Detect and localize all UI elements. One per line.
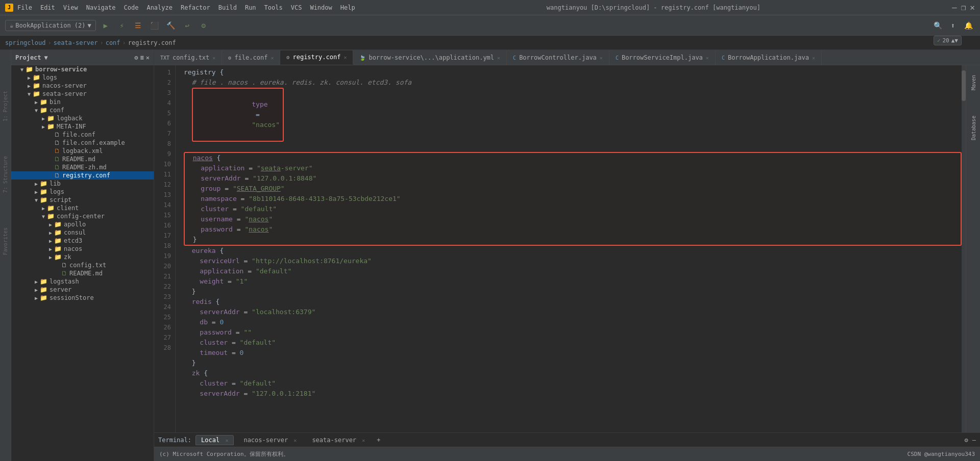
sidebar-item-readme-zh-md[interactable]: 🗋 README-zh.md <box>11 163 154 171</box>
menu-navigate[interactable]: Navigate <box>86 4 116 11</box>
expand-arrow-borrow-service[interactable]: ▼ <box>18 67 26 72</box>
tab-close-file-conf[interactable]: ✕ <box>271 55 274 61</box>
stop-button[interactable]: ⬛ <box>148 19 161 32</box>
sidebar-item-logback[interactable]: ▶ 📁 logback <box>11 114 154 122</box>
tab-borrow-application[interactable]: C BorrowApplication.java ✕ <box>716 50 822 65</box>
sidebar-item-file-conf[interactable]: 🗋 file.conf <box>11 131 154 139</box>
expand-arrow-session-store[interactable]: ▶ <box>33 295 40 301</box>
expand-arrow-logs1[interactable]: ▶ <box>26 75 33 81</box>
sidebar-item-etcd3[interactable]: ▶ 📁 etcd3 <box>11 237 154 245</box>
sidebar-item-bin[interactable]: ▶ 📁 bin <box>11 98 154 106</box>
expand-arrow-zk[interactable]: ▶ <box>47 254 54 260</box>
menu-edit[interactable]: Edit <box>40 4 55 11</box>
expand-arrow-nacos[interactable]: ▶ <box>47 246 54 252</box>
sidebar-item-meta-inf[interactable]: ▶ 📁 META-INF <box>11 122 154 131</box>
sidebar-item-nacos-server[interactable]: ▶ 📁 nacos-server <box>11 82 154 90</box>
expand-arrow-logback[interactable]: ▶ <box>40 116 47 121</box>
coverage-button[interactable]: ☰ <box>132 19 145 32</box>
menu-code[interactable]: Code <box>124 4 139 11</box>
maximize-button[interactable]: ❐ <box>961 3 966 12</box>
tab-close-registry-conf[interactable]: ✕ <box>344 55 347 60</box>
debug-button[interactable]: ⚡ <box>115 19 129 32</box>
add-terminal-button[interactable]: + <box>377 437 380 444</box>
editor-scrollbar[interactable] <box>962 65 966 432</box>
editor-content[interactable]: registry { # file . nacos . eureka. redi… <box>176 65 962 432</box>
sidebar-action-icon1[interactable]: ⚙ <box>134 54 138 61</box>
expand-arrow-apollo[interactable]: ▶ <box>47 222 54 227</box>
scrollbar-thumb[interactable] <box>962 70 966 101</box>
expand-arrow-config-center[interactable]: ▼ <box>40 214 47 219</box>
sidebar-action-close[interactable]: ✕ <box>146 54 150 61</box>
expand-arrow-bin[interactable]: ▶ <box>33 99 40 105</box>
sidebar-item-consul[interactable]: ▶ 📁 consul <box>11 228 154 237</box>
tab-config-txt[interactable]: TXT config.txt ✕ <box>154 50 222 65</box>
menu-help[interactable]: Help <box>340 4 355 11</box>
terminal-settings-icon[interactable]: ⚙ <box>965 437 968 444</box>
expand-arrow-script[interactable]: ▼ <box>33 197 40 203</box>
menu-vcs[interactable]: VCS <box>291 4 302 11</box>
tab-close-borrow-service-impl[interactable]: ✕ <box>706 55 709 61</box>
menu-file[interactable]: File <box>17 4 32 11</box>
terminal-tab-seata-server[interactable]: seata-server ✕ <box>306 435 371 445</box>
sidebar-item-readme-md[interactable]: 🗋 README.md <box>11 155 154 163</box>
expand-arrow-client[interactable]: ▶ <box>40 206 47 211</box>
sidebar-dropdown-icon[interactable]: ▼ <box>44 54 48 61</box>
editor-area[interactable]: 1234 5678 9101112 13141516 17181920 2122… <box>154 65 966 432</box>
structure-panel-label[interactable]: 7: Structure <box>3 156 8 193</box>
sidebar-item-logs1[interactable]: ▶ 📁 logs <box>11 73 154 82</box>
expand-arrow-consul[interactable]: ▶ <box>47 230 54 236</box>
search-everywhere-icon[interactable]: 🔍 <box>931 19 944 32</box>
sidebar-actions[interactable]: ⚙ ≡ ✕ <box>134 54 150 61</box>
run-config-selector[interactable]: ☕ BookApplication (2) ▼ <box>5 20 96 31</box>
run-button[interactable]: ▶ <box>99 19 112 32</box>
window-controls[interactable]: — ❐ ✕ <box>952 3 975 12</box>
menu-analyze[interactable]: Analyze <box>146 4 173 11</box>
terminal-seata-close[interactable]: ✕ <box>362 438 365 443</box>
expand-arrow-nacos-server[interactable]: ▶ <box>26 83 33 89</box>
minimize-button[interactable]: — <box>952 3 957 12</box>
sidebar-item-session-store[interactable]: ▶ 📁 sessionStore <box>11 294 154 302</box>
tab-close-borrow-controller[interactable]: ✕ <box>600 55 603 61</box>
sidebar-item-readme-md2[interactable]: 🗋 README.md <box>11 269 154 277</box>
expand-arrow-lib[interactable]: ▶ <box>33 181 40 187</box>
sidebar-item-server[interactable]: ▶ 📁 server <box>11 286 154 294</box>
sidebar-item-nacos[interactable]: ▶ 📁 nacos <box>11 245 154 253</box>
tab-application-yml[interactable]: 🍃 borrow-service\...\application.yml ✕ <box>353 50 507 65</box>
menu-build[interactable]: Build <box>218 4 237 11</box>
settings-button[interactable]: ⚙ <box>197 19 210 32</box>
notification-icon[interactable]: 🔔 <box>962 19 975 32</box>
sidebar-item-config-txt[interactable]: 🗋 config.txt <box>11 261 154 269</box>
sidebar-item-logback-xml[interactable]: 🗋 logback.xml <box>11 147 154 155</box>
build-button[interactable]: 🔨 <box>164 19 178 32</box>
sidebar-item-conf[interactable]: ▼ 📁 conf <box>11 106 154 114</box>
terminal-local-close[interactable]: ✕ <box>225 438 228 443</box>
menu-refactor[interactable]: Refactor <box>181 4 210 11</box>
sidebar-item-script[interactable]: ▼ 📁 script <box>11 196 154 204</box>
tab-borrow-service-impl[interactable]: C BorrowServiceImpl.java ✕ <box>609 50 716 65</box>
tab-file-conf[interactable]: ⚙ file.conf ✕ <box>222 50 280 65</box>
close-button[interactable]: ✕ <box>970 3 975 12</box>
menu-run[interactable]: Run <box>245 4 256 11</box>
sidebar-action-icon2[interactable]: ≡ <box>140 54 144 61</box>
menu-window[interactable]: Window <box>310 4 332 11</box>
project-panel-label[interactable]: 1: Project <box>3 91 8 121</box>
expand-arrow-server[interactable]: ▶ <box>33 287 40 293</box>
tab-close-borrow-application[interactable]: ✕ <box>812 55 815 61</box>
favorites-panel-label[interactable]: Favorites <box>3 227 8 255</box>
expand-arrow-conf[interactable]: ▼ <box>33 108 40 113</box>
terminal-close-icon[interactable]: — <box>972 437 976 444</box>
breadcrumb-conf[interactable]: conf <box>106 39 120 46</box>
sidebar-item-logstash[interactable]: ▶ 📁 logstash <box>11 277 154 286</box>
terminal-tab-local[interactable]: Local ✕ <box>195 435 234 445</box>
sidebar-item-zk[interactable]: ▶ 📁 zk <box>11 253 154 261</box>
expand-arrow-meta-inf[interactable]: ▶ <box>40 124 47 130</box>
menu-view[interactable]: View <box>63 4 78 11</box>
sidebar-item-logs2[interactable]: ▶ 📁 logs <box>11 188 154 196</box>
tab-close-config-txt[interactable]: ✕ <box>212 55 215 61</box>
vcs-icon[interactable]: ⬆ <box>946 19 960 32</box>
sidebar-item-registry-conf[interactable]: 🗋 registry.conf <box>11 171 154 180</box>
sidebar-item-lib[interactable]: ▶ 📁 lib <box>11 180 154 188</box>
expand-arrow-logs2[interactable]: ▶ <box>33 189 40 195</box>
tab-borrow-controller[interactable]: C BorrowController.java ✕ <box>507 50 609 65</box>
sidebar-item-config-center[interactable]: ▼ 📁 config-center <box>11 212 154 220</box>
